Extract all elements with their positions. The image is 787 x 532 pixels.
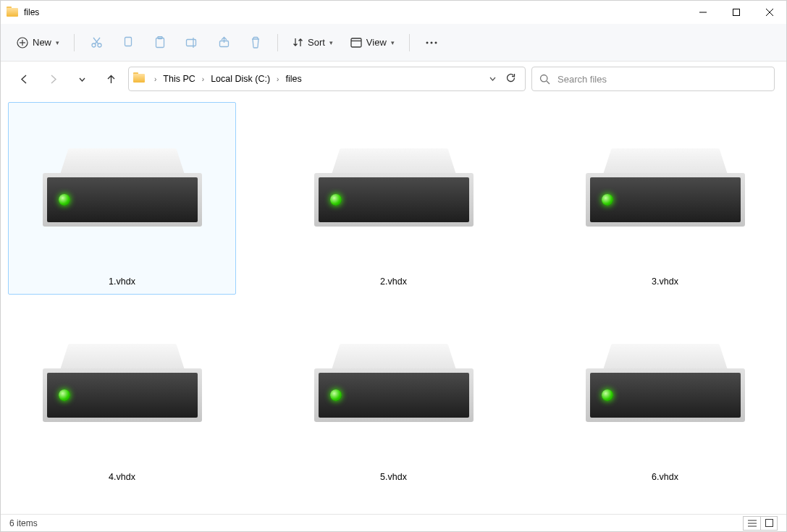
separator [409,34,410,51]
chevron-right-icon: › [200,75,206,83]
file-name: 3.vhdx [652,276,678,287]
chevron-down-icon: ▾ [329,39,333,46]
drive-icon [311,303,477,447]
window-controls [686,1,786,24]
delete-button[interactable] [241,30,270,56]
svg-rect-17 [351,38,361,47]
svg-rect-1 [733,9,740,16]
paste-icon [154,36,166,49]
drive-icon [582,107,749,252]
share-icon [218,36,230,48]
svg-rect-27 [765,520,773,527]
icons-view-button[interactable] [760,516,778,531]
file-name: 2.vhdx [380,276,407,287]
chevron-down-icon: ▾ [56,39,59,46]
svg-point-19 [426,41,428,43]
sort-icon [293,37,303,48]
search-icon [539,74,550,85]
address-bar[interactable]: › This PC › Local Disk (C:) › files [128,67,526,91]
svg-point-21 [434,41,437,43]
chevron-down-icon: ▾ [391,39,395,46]
details-view-button[interactable] [743,516,760,531]
file-item[interactable]: 2.vhdx [279,102,508,295]
nav-row: › This PC › Local Disk (C:) › files [1,62,786,96]
ellipsis-icon [426,41,437,44]
folder-icon [133,72,146,85]
cut-button[interactable] [82,30,111,56]
file-name: 6.vhdx [652,472,678,482]
svg-line-23 [547,81,550,84]
drive-icon [582,303,749,447]
svg-point-20 [430,41,432,43]
drive-icon [39,107,206,252]
refresh-button[interactable] [505,72,516,86]
new-label: New [33,37,51,48]
paste-button[interactable] [146,30,174,56]
address-dropdown[interactable] [489,72,497,85]
file-item[interactable]: 4.vhdx [8,297,236,490]
file-pane[interactable]: 1.vhdx 2.vhdx 3.vhdx 4.vhdx [1,96,786,514]
file-item[interactable]: 1.vhdx [8,102,236,295]
search-box[interactable] [531,67,775,91]
rename-icon [185,37,198,48]
svg-point-22 [541,75,547,81]
share-button[interactable] [209,30,238,56]
app-folder-icon [7,7,18,18]
separator [74,34,75,51]
minimize-button[interactable] [686,1,720,24]
svg-rect-14 [187,39,196,46]
up-button[interactable] [99,67,122,90]
trash-icon [250,36,261,49]
drive-icon [311,107,477,252]
sort-label: Sort [308,37,325,48]
cut-icon [91,36,103,48]
view-toggle [743,516,778,531]
status-bar: 6 items [1,514,786,531]
copy-icon [122,36,134,48]
toolbar: New ▾ Sort ▾ View ▾ [1,24,786,62]
window-title: files [24,7,686,17]
breadcrumb-drive[interactable]: Local Disk (C:) [208,72,273,85]
file-item[interactable]: 5.vhdx [279,297,508,490]
file-name: 4.vhdx [109,472,135,482]
chevron-right-icon: › [274,75,281,83]
file-name: 5.vhdx [380,472,407,482]
separator [277,34,278,51]
view-label: View [366,37,387,48]
svg-rect-11 [125,38,132,46]
back-button[interactable] [12,67,35,90]
view-icon [350,38,362,48]
recent-dropdown[interactable] [70,67,93,90]
sort-button[interactable]: Sort ▾ [285,30,340,56]
file-item[interactable]: 3.vhdx [551,102,779,295]
chevron-right-icon: › [152,75,159,83]
more-button[interactable] [417,30,446,56]
plus-circle-icon [17,37,28,48]
new-button[interactable]: New ▾ [9,30,67,56]
copy-button[interactable] [114,30,143,56]
title-bar: files [1,1,786,24]
maximize-button[interactable] [720,1,753,24]
svg-rect-12 [156,38,164,47]
breadcrumb-this-pc[interactable]: This PC [160,72,198,85]
drive-icon [39,303,206,447]
search-input[interactable] [557,74,767,85]
view-button[interactable]: View ▾ [343,30,402,56]
breadcrumb-folder[interactable]: files [282,72,304,85]
item-count: 6 items [9,518,38,528]
file-item[interactable]: 6.vhdx [551,297,779,490]
close-button[interactable] [753,1,786,24]
file-name: 1.vhdx [109,276,135,287]
forward-button[interactable] [41,67,64,90]
rename-button[interactable] [177,30,206,56]
